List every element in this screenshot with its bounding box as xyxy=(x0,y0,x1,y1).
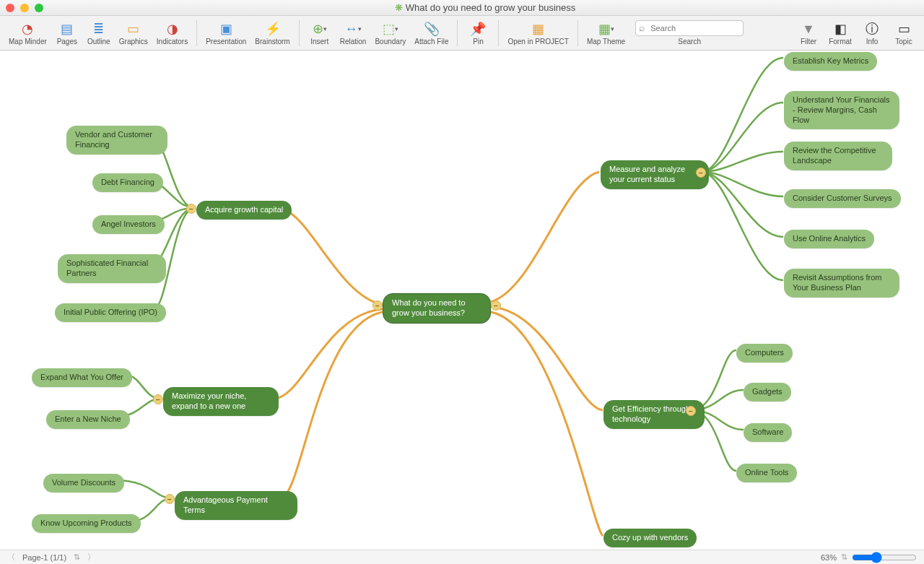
mindmap-canvas[interactable]: What do you need to grow your business? … xyxy=(0,51,924,550)
collapse-b3[interactable]: − xyxy=(165,494,175,504)
search-field[interactable]: Search xyxy=(635,20,744,45)
branch-maximize-niche[interactable]: Maximize your niche, expand to a new one xyxy=(163,387,279,416)
format-icon: ◧ xyxy=(834,20,847,38)
brainstorm-icon: ⚡ xyxy=(265,20,281,38)
window-title: ❋What do you need to grow your business xyxy=(52,2,918,13)
info-button[interactable]: ⓘInfo xyxy=(856,19,888,47)
leaf-debt-financing[interactable]: Debt Financing xyxy=(92,173,163,192)
window-controls[interactable] xyxy=(6,4,43,12)
collapse-toggle-right[interactable]: − xyxy=(491,300,501,311)
page-indicator[interactable]: Page-1 (1/1) xyxy=(22,553,66,562)
indicators-icon: ◑ xyxy=(167,20,178,38)
search-input[interactable] xyxy=(635,20,744,36)
zoom-value: 63% xyxy=(821,553,837,562)
close-icon[interactable] xyxy=(6,4,14,12)
leaf-software[interactable]: Software xyxy=(744,423,792,442)
window-title-text: What do you need to grow your business xyxy=(406,2,576,13)
collapse-b1[interactable]: − xyxy=(186,204,196,214)
filter-button[interactable]: ▼Filter xyxy=(793,19,824,47)
graphics-button[interactable]: ▭Graphics xyxy=(115,19,152,47)
collapse-b5[interactable]: − xyxy=(686,406,696,416)
relation-icon: ↔ xyxy=(345,20,362,38)
map-theme-button[interactable]: ▦Map Theme xyxy=(583,19,629,47)
leaf-ipo[interactable]: Initial Public Offering (IPO) xyxy=(55,303,166,322)
zoom-icon[interactable] xyxy=(35,4,43,12)
leaf-understand-financials[interactable]: Understand Your Financials - Review Marg… xyxy=(784,91,899,129)
map-minder-icon: ◔ xyxy=(22,20,33,38)
presentation-icon: ▣ xyxy=(220,20,232,38)
insert-button[interactable]: ⊕Insert xyxy=(304,19,336,47)
branch-advantageous-terms[interactable]: Advantageous Payment Terms xyxy=(175,491,297,520)
info-icon: ⓘ xyxy=(866,20,879,38)
leaf-revisit-assumptions[interactable]: Revisit Assumptions from Your Business P… xyxy=(784,269,899,298)
leaf-customer-surveys[interactable]: Consider Customer Surveys xyxy=(784,189,901,208)
zoom-stepper-icon[interactable]: ⇅ xyxy=(841,552,847,562)
map-minder-button[interactable]: ◔Map Minder xyxy=(4,19,51,47)
pin-button[interactable]: 📌Pin xyxy=(462,19,494,47)
pages-icon: ▤ xyxy=(61,20,73,38)
outline-icon: ≣ xyxy=(93,20,104,38)
boundary-button[interactable]: ⬚Boundary xyxy=(370,19,410,47)
project-icon: ▦ xyxy=(532,20,544,38)
attach-file-button[interactable]: 📎Attach File xyxy=(410,19,453,47)
mindmap-doc-icon: ❋ xyxy=(395,2,403,13)
topic-button[interactable]: ▭Topic xyxy=(888,19,920,47)
leaf-angel-investors[interactable]: Angel Investors xyxy=(92,215,165,234)
leaf-enter-new-niche[interactable]: Enter a New Niche xyxy=(46,410,130,429)
boundary-icon: ⬚ xyxy=(383,20,398,38)
branch-measure-status[interactable]: Measure and analyze your current status xyxy=(601,160,709,189)
theme-icon: ▦ xyxy=(598,20,614,38)
leaf-sophisticated-partners[interactable]: Sophisticated Financial Partners xyxy=(58,254,166,283)
collapse-b2[interactable]: − xyxy=(153,394,163,404)
status-bar: 〈 Page-1 (1/1) ⇅ 〉 63% ⇅ xyxy=(0,550,924,564)
zoom-slider[interactable] xyxy=(852,552,917,563)
brainstorm-button[interactable]: ⚡Brainstorm xyxy=(250,19,294,47)
leaf-gadgets[interactable]: Gadgets xyxy=(744,383,791,402)
page-stepper-icon[interactable]: ⇅ xyxy=(74,552,80,562)
leaf-establish-metrics[interactable]: Establish Key Metrics xyxy=(784,52,877,71)
insert-icon: ⊕ xyxy=(313,20,327,38)
leaf-vendor-customer-financing[interactable]: Vendor and Customer Financing xyxy=(66,126,167,155)
branch-cozy-vendors[interactable]: Cozy up with vendors xyxy=(603,529,697,547)
graphics-icon: ▭ xyxy=(127,20,139,38)
leaf-online-tools[interactable]: Online Tools xyxy=(736,464,797,482)
branch-acquire-growth-capital[interactable]: Acquire growth capital xyxy=(196,201,292,220)
open-project-button[interactable]: ▦Open in PROJECT xyxy=(503,19,572,47)
outline-button[interactable]: ≣Outline xyxy=(83,19,115,47)
leaf-know-upcoming[interactable]: Know Upcoming Products xyxy=(32,514,141,533)
page-prev-button[interactable]: 〈 xyxy=(7,552,15,563)
format-button[interactable]: ◧Format xyxy=(824,19,856,47)
leaf-volume-discounts[interactable]: Volume Discounts xyxy=(43,474,124,493)
pin-icon: 📌 xyxy=(470,20,486,38)
pages-button[interactable]: ▤Pages xyxy=(51,19,83,47)
window-titlebar: ❋What do you need to grow your business xyxy=(0,0,924,16)
topic-icon: ▭ xyxy=(898,20,910,38)
collapse-toggle-left[interactable]: − xyxy=(372,300,383,311)
paperclip-icon: 📎 xyxy=(424,20,440,38)
toolbar: ◔Map Minder ▤Pages ≣Outline ▭Graphics ◑I… xyxy=(0,16,924,51)
indicators-button[interactable]: ◑Indicators xyxy=(152,19,192,47)
zoom-controls[interactable]: 63% ⇅ xyxy=(821,552,917,563)
relation-button[interactable]: ↔Relation xyxy=(336,19,371,47)
leaf-computers[interactable]: Computers xyxy=(736,344,793,363)
center-topic[interactable]: What do you need to grow your business? xyxy=(383,293,491,324)
collapse-b4[interactable]: − xyxy=(696,168,706,178)
leaf-review-competitive[interactable]: Review the Competitive Landscape xyxy=(784,142,892,170)
leaf-online-analytics[interactable]: Use Online Analytics xyxy=(784,230,874,248)
page-next-button[interactable]: 〉 xyxy=(87,552,95,563)
leaf-expand-offer[interactable]: Expand What You Offer xyxy=(32,368,132,387)
presentation-button[interactable]: ▣Presentation xyxy=(201,19,250,47)
filter-icon: ▼ xyxy=(802,20,815,38)
minimize-icon[interactable] xyxy=(20,4,29,12)
